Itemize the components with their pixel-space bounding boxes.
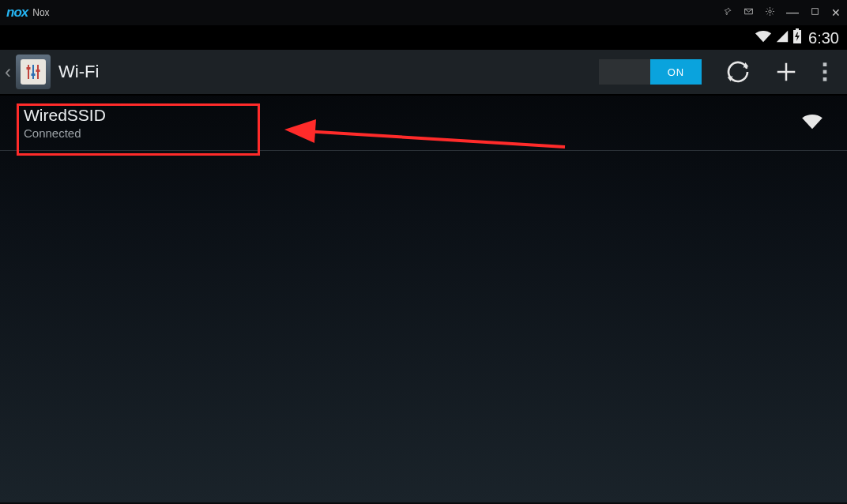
toggle-off-side [599,59,650,85]
svg-rect-12 [823,77,827,81]
svg-rect-10 [823,62,827,66]
nox-window-title: Nox [32,7,49,18]
wifi-ssid: WiredSSID [24,106,106,125]
svg-rect-9 [36,70,40,72]
svg-rect-11 [823,70,827,74]
close-button[interactable]: ✕ [831,6,841,19]
maximize-button[interactable] [810,6,820,19]
svg-rect-1 [812,9,819,15]
pin-icon[interactable] [722,6,732,19]
cell-signal-icon [775,29,789,47]
minimize-button[interactable]: — [786,9,799,16]
nox-logo: nox [6,5,28,21]
wifi-status-text: Connected [24,126,106,140]
add-network-button[interactable] [774,60,798,84]
wifi-signal-icon [801,113,823,134]
chevron-left-icon: ‹ [5,61,11,83]
overflow-menu-button[interactable] [822,61,828,83]
status-time: 6:30 [808,29,839,47]
back-button[interactable]: ‹ [0,55,51,89]
wifi-status-icon [755,29,772,47]
svg-point-0 [769,10,771,13]
wifi-network-list: WiredSSID Connected [0,96,847,151]
wifi-toggle[interactable]: ON [599,59,702,85]
page-title: Wi-Fi [58,62,99,82]
android-screen: 6:30 ‹ Wi-Fi [0,25,847,502]
toggle-on-side: ON [650,59,702,85]
nox-window-controls: — ✕ [722,6,841,19]
mail-icon[interactable] [743,6,754,19]
gear-icon[interactable] [765,6,775,19]
wifi-settings-header: ‹ Wi-Fi ON [0,50,847,96]
wifi-network-item[interactable]: WiredSSID Connected [0,96,847,151]
settings-app-icon [16,55,51,89]
nox-titlebar: nox Nox — ✕ [0,0,847,25]
android-statusbar: 6:30 [0,26,847,50]
refresh-button[interactable] [725,59,751,85]
svg-rect-8 [32,73,36,76]
battery-charging-icon [792,28,802,47]
svg-rect-3 [796,28,799,30]
svg-rect-7 [27,67,31,70]
